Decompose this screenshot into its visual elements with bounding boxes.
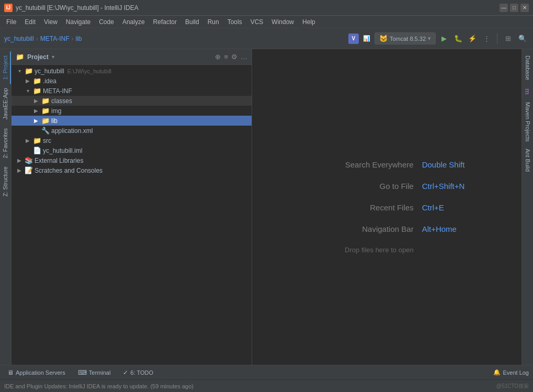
tree-item-classes[interactable]: ▶ 📁 classes <box>12 96 252 106</box>
hint-row-2: Go to File Ctrl+Shift+N <box>309 182 465 191</box>
bottom-panel: 🖥 Application Servers ⌨ Terminal ✓ 6: TO… <box>0 365 533 379</box>
todo-label: 6: TODO <box>130 369 153 376</box>
tree-label-idea: .idea <box>43 77 56 85</box>
hint-row-1: Search Everywhere Double Shift <box>309 160 465 169</box>
tree-arrow-idea: ▶ <box>24 78 31 84</box>
copyright: @51CTO搜索 <box>496 383 529 390</box>
tree-icon-iml: 📄 <box>33 147 41 154</box>
hint-row-4: Navigation Bar Alt+Home <box>309 225 465 233</box>
right-tab-maven-label[interactable]: Maven Projects <box>523 99 532 145</box>
tree-icon-classes: 📁 <box>41 97 50 105</box>
sidebar-tab-structure[interactable]: Z: Structure <box>1 162 11 200</box>
more-run-button[interactable]: ⋮ <box>480 32 493 45</box>
tree-label-metainf: META-INF <box>43 87 72 95</box>
title-bar: IJ yc_hutubill [E:\JW\yc_hutubill] - Int… <box>0 0 533 16</box>
menu-code[interactable]: Code <box>95 17 118 27</box>
menu-tools[interactable]: Tools <box>223 17 246 27</box>
tree-item-extlibs[interactable]: ▶ 📚 External Libraries <box>12 155 252 165</box>
menu-view[interactable]: View <box>40 17 62 27</box>
event-log-icon: 🔔 <box>493 369 501 376</box>
coverage-button[interactable]: ⚡ <box>466 32 479 45</box>
menu-help[interactable]: Help <box>298 17 320 27</box>
options-icon[interactable]: … <box>241 53 247 61</box>
tree-label-img: img <box>51 107 61 115</box>
servers-label: Application Servers <box>16 369 65 376</box>
tree-item-idea[interactable]: ▶ 📁 .idea <box>12 76 252 86</box>
menu-edit[interactable]: Edit <box>20 17 40 27</box>
event-log-button[interactable]: 🔔 Event Log <box>493 369 529 376</box>
tree-label-lib: lib <box>51 117 58 125</box>
tree-label-root: yc_hutubill <box>35 68 64 75</box>
debug-button[interactable]: 🐛 <box>452 32 464 45</box>
breadcrumb-meta-inf[interactable]: META-INF <box>40 35 70 42</box>
right-sidebar: Database m Maven Projects Ant Build <box>521 49 533 365</box>
tree-icon-xml: 🔧 <box>41 127 50 135</box>
menu-window[interactable]: Window <box>267 17 298 27</box>
menu-navigate[interactable]: Navigate <box>62 17 95 27</box>
vcs-icon[interactable]: V <box>348 33 359 44</box>
bottom-tab-terminal[interactable]: ⌨ Terminal <box>75 368 114 377</box>
app-icon: IJ <box>4 4 13 12</box>
tree-icon-idea: 📁 <box>33 77 41 85</box>
breadcrumb-lib[interactable]: lib <box>75 35 82 42</box>
right-tab-database[interactable]: Database <box>523 51 532 84</box>
menu-analyze[interactable]: Analyze <box>118 17 149 27</box>
project-panel: 📁 Project ▾ ⊕ ≡ ⚙ … ▾ 📁 yc_hutubill E:\J… <box>12 49 252 365</box>
close-button[interactable]: ✕ <box>520 4 529 12</box>
sidebar-tab-javaee[interactable]: JavaEE:App <box>1 84 11 124</box>
hint-key-4: Alt+Home <box>422 225 457 233</box>
tree-arrow-classes: ▶ <box>32 98 40 104</box>
hint-row-3: Recent Files Ctrl+E <box>309 203 465 212</box>
tree-item-root[interactable]: ▾ 📁 yc_hutubill E:\JW\yc_hutubill <box>12 66 252 76</box>
menu-build[interactable]: Build <box>181 17 203 27</box>
tree-item-src[interactable]: ▶ 📁 src <box>12 136 252 145</box>
hint-action-1: Search Everywhere <box>309 160 414 169</box>
event-log-label: Event Log <box>503 369 529 376</box>
sidebar-tab-favorites[interactable]: 2: Favorites <box>1 124 11 162</box>
sidebar-tab-project[interactable]: 1: Project <box>1 51 11 84</box>
tree-arrow-lib: ▶ <box>32 118 40 124</box>
project-dropdown-arrow[interactable]: ▾ <box>52 54 54 60</box>
coverage-icon: 📊 <box>363 35 370 42</box>
tree-item-app-xml[interactable]: ▶ 🔧 application.xml <box>12 126 252 136</box>
tomcat-icon: 🐱 <box>379 35 388 42</box>
tree-label-classes: classes <box>51 97 72 105</box>
tree-label-scratches: Scratches and Consoles <box>35 167 103 174</box>
terminal-label: Terminal <box>89 369 111 376</box>
search-everywhere-button[interactable]: 🔍 <box>516 32 529 45</box>
tree-arrow-root: ▾ <box>16 68 23 74</box>
hint-action-4: Navigation Bar <box>309 225 414 233</box>
tomcat-selector[interactable]: 🐱 Tomcat 8.5.32 ▾ <box>375 32 436 44</box>
settings-icon[interactable]: ⚙ <box>231 53 237 61</box>
maximize-button[interactable]: □ <box>510 4 518 12</box>
tree-icon-scratches: 📝 <box>25 166 33 174</box>
project-header: 📁 Project ▾ ⊕ ≡ ⚙ … <box>12 49 252 65</box>
right-tab-ant[interactable]: Ant Build <box>523 144 532 176</box>
breadcrumb-project[interactable]: yc_hutubill <box>4 35 34 42</box>
collapse-all-icon[interactable]: ≡ <box>224 53 228 61</box>
tree-item-iml[interactable]: ▶ 📄 yc_hutubill.iml <box>12 145 252 155</box>
tree-item-metainf[interactable]: ▾ 📁 META-INF <box>12 86 252 96</box>
tree-label-src: src <box>43 137 51 144</box>
menu-refactor[interactable]: Refactor <box>149 17 181 27</box>
hint-action-5: Drop files here to open <box>309 246 414 254</box>
project-structure-button[interactable]: ⊞ <box>502 32 514 45</box>
run-buttons: ▶ 🐛 ⚡ ⋮ <box>438 32 493 45</box>
hint-action-3: Recent Files <box>309 203 414 212</box>
locate-icon[interactable]: ⊕ <box>215 53 221 61</box>
bottom-tab-servers[interactable]: 🖥 Application Servers <box>4 368 69 377</box>
right-tab-maven[interactable]: m <box>522 84 533 99</box>
project-folder-icon: 📁 <box>16 53 24 61</box>
main-area: 1: Project JavaEE:App 2: Favorites Z: St… <box>0 49 533 365</box>
left-sidebar: 1: Project JavaEE:App 2: Favorites Z: St… <box>0 49 12 365</box>
minimize-button[interactable]: — <box>500 4 508 12</box>
run-button[interactable]: ▶ <box>438 32 450 45</box>
tree-item-img[interactable]: ▶ 📁 img <box>12 106 252 116</box>
tree-item-lib[interactable]: ▶ 📁 lib <box>12 116 252 126</box>
menu-vcs[interactable]: VCS <box>246 17 268 27</box>
tree-item-scratches[interactable]: ▶ 📝 Scratches and Consoles <box>12 165 252 175</box>
status-message: IDE and Plugin Updates: IntelliJ IDEA is… <box>4 383 492 389</box>
menu-run[interactable]: Run <box>203 17 223 27</box>
bottom-tab-todo[interactable]: ✓ 6: TODO <box>120 368 156 377</box>
menu-file[interactable]: File <box>2 17 20 27</box>
